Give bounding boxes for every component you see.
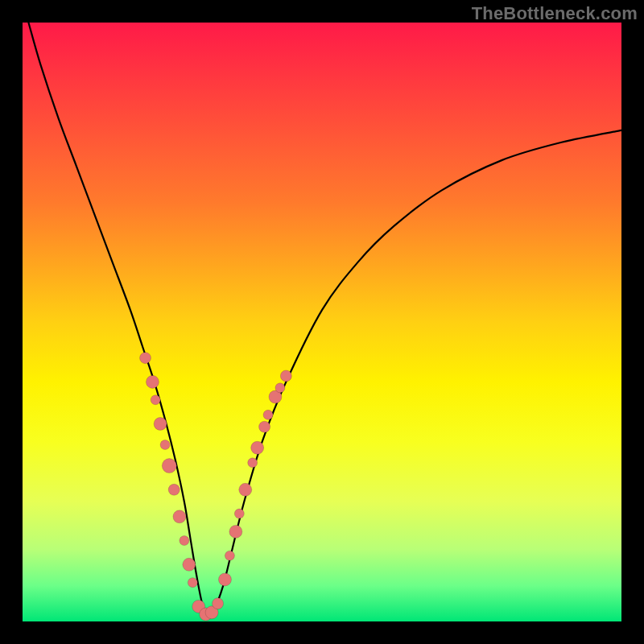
data-marker — [280, 370, 291, 382]
data-marker — [259, 421, 270, 432]
watermark-label: TheBottleneck.com — [472, 3, 638, 24]
data-marker — [225, 551, 234, 560]
marker-group — [140, 353, 292, 621]
data-marker — [146, 375, 159, 388]
data-marker — [213, 598, 224, 609]
data-marker — [188, 578, 197, 588]
data-marker — [183, 558, 196, 571]
data-marker — [162, 459, 176, 473]
chart-frame: TheBottleneck.com — [0, 0, 644, 644]
data-marker — [251, 441, 264, 454]
data-marker — [218, 573, 231, 586]
data-marker — [154, 417, 167, 430]
data-marker — [239, 483, 252, 496]
data-marker — [140, 353, 151, 364]
data-marker — [173, 510, 186, 523]
data-marker — [160, 440, 170, 450]
data-marker — [234, 509, 244, 518]
data-marker — [168, 484, 180, 495]
data-marker — [248, 458, 258, 468]
data-marker — [263, 410, 273, 419]
data-marker — [229, 525, 242, 538]
data-marker — [275, 383, 285, 393]
bottleneck-curve — [28, 23, 621, 616]
plot-area — [23, 23, 621, 621]
data-marker — [151, 395, 160, 405]
chart-svg — [23, 23, 621, 621]
data-marker — [180, 536, 189, 546]
